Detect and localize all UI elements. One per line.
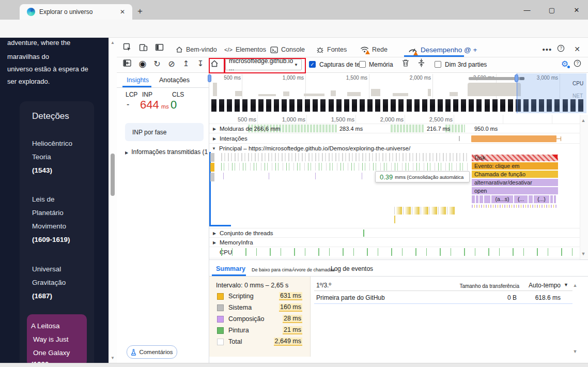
filmstrip-thumbnail[interactable] xyxy=(320,99,326,112)
comments-button[interactable]: Comentários xyxy=(127,345,177,359)
more-tabs-icon[interactable]: ••• xyxy=(541,45,553,54)
tab-insights[interactable]: Insights xyxy=(127,77,149,84)
flame-chip-row[interactable]: (a...s) (... (...) xyxy=(472,195,556,203)
selection-handle-right[interactable] xyxy=(515,74,518,82)
save-profile-icon[interactable]: ↧ xyxy=(195,59,206,68)
tab-console[interactable]: Console xyxy=(270,43,305,56)
filmstrip-thumbnail[interactable] xyxy=(234,99,240,112)
new-tab-button[interactable]: + xyxy=(137,6,143,17)
filmstrip-thumbnail[interactable] xyxy=(258,99,264,112)
disclosure-right-icon[interactable]: ▶ xyxy=(213,136,216,141)
settings-gear-icon[interactable]: ⚙ xyxy=(559,59,570,69)
inp-phase-card[interactable]: INP por fase xyxy=(125,123,204,141)
record-reload-icon[interactable]: ↻ xyxy=(151,59,163,69)
page-scrollbar-thumb[interactable] xyxy=(111,154,115,196)
flame-function-bar[interactable]: Chamada de função xyxy=(472,171,558,178)
filmstrip-thumbnail[interactable] xyxy=(281,99,287,112)
trash-icon[interactable] xyxy=(402,59,413,67)
filmstrip-thumbnail[interactable] xyxy=(382,99,389,112)
filmstrip-thumbnail[interactable] xyxy=(367,99,373,112)
scroll-down-icon[interactable]: ▼ xyxy=(110,356,116,360)
filmstrip-thumbnail[interactable] xyxy=(211,99,217,112)
filmstrip-thumbnail[interactable] xyxy=(453,99,459,112)
filmstrip-thumbnail[interactable] xyxy=(422,99,428,112)
tab-close-icon[interactable]: ✕ xyxy=(117,7,128,17)
filmstrip-thumbnail[interactable] xyxy=(336,99,342,112)
filmstrip-thumbnail[interactable] xyxy=(476,99,482,112)
filmstrip-thumbnail[interactable] xyxy=(273,99,280,112)
filmstrip-thumbnail[interactable] xyxy=(414,99,420,112)
filmstrip-thumbnail[interactable] xyxy=(297,99,303,112)
toggle-sidebar-icon[interactable] xyxy=(123,59,134,67)
tab-fontes[interactable]: Fontes xyxy=(316,43,347,56)
track-memory-infra[interactable] xyxy=(209,238,580,247)
timeline-scrollbar[interactable] xyxy=(580,115,588,259)
flame-event-bar[interactable]: Evento: clique em xyxy=(472,162,558,170)
filmstrip-thumbnail[interactable] xyxy=(507,99,514,112)
maximize-button[interactable]: ▢ xyxy=(544,6,560,14)
filmstrip-thumbnail[interactable] xyxy=(304,99,311,112)
overview-selection[interactable] xyxy=(517,73,586,113)
devtools-close-icon[interactable]: ✕ xyxy=(571,45,583,53)
table-col-time[interactable]: Auto-tempo xyxy=(524,282,561,289)
tab-bottom-up[interactable]: De baixo para cima xyxy=(252,267,292,272)
tab-event-log[interactable]: Log de eventos xyxy=(331,265,373,272)
device-emulation-icon[interactable] xyxy=(139,43,150,52)
sort-descending-icon[interactable]: ▼ xyxy=(564,282,568,287)
clear-icon[interactable]: ⊘ xyxy=(166,59,177,69)
filmstrip-thumbnail[interactable] xyxy=(328,99,334,112)
throttle-icon[interactable] xyxy=(417,58,429,67)
detection-item[interactable]: Universal Gravitação (1687) xyxy=(32,263,66,303)
filmstrip-thumbnail[interactable] xyxy=(406,99,412,112)
page-scrollbar[interactable] xyxy=(109,38,117,363)
insights-collapsed-section[interactable]: ▶Informações transmitidas (11) xyxy=(125,148,208,156)
selection-handle-left[interactable] xyxy=(208,74,211,82)
tab-summary[interactable]: Summary xyxy=(216,265,245,272)
filmstrip-thumbnail[interactable] xyxy=(351,99,358,112)
detection-item[interactable]: Heliocêntrico Teoria (1543) xyxy=(32,137,72,177)
table-col-size[interactable]: Tamanho da transferência xyxy=(442,283,519,289)
detection-item[interactable]: Leis de Planetário Movimento (1609-1619) xyxy=(32,193,70,247)
filmstrip-thumbnail[interactable] xyxy=(460,99,467,112)
filmstrip-thumbnail[interactable] xyxy=(398,99,404,112)
dock-side-icon[interactable] xyxy=(155,43,166,52)
scroll-up-icon[interactable]: ▲ xyxy=(580,118,587,123)
inspect-icon[interactable] xyxy=(123,43,134,52)
filmstrip-thumbnail[interactable] xyxy=(312,99,318,112)
filmstrip-thumbnail[interactable] xyxy=(359,99,365,112)
table-row-name[interactable]: Primeira parte do GitHub xyxy=(316,294,385,301)
minimize-button[interactable]: — xyxy=(519,6,535,14)
load-profile-icon[interactable]: ↥ xyxy=(180,59,192,68)
tab-anotacoes[interactable]: Anotações xyxy=(159,77,190,84)
flame-task-bar[interactable]: Task xyxy=(472,155,558,161)
disclosure-right-icon[interactable]: ▶ xyxy=(213,231,216,236)
filmstrip-thumbnail[interactable] xyxy=(468,99,474,112)
filmstrip-thumbnail[interactable] xyxy=(250,99,256,112)
filmstrip-thumbnail[interactable] xyxy=(266,99,272,112)
devtools-help-icon[interactable]: ? xyxy=(557,44,568,52)
flame-toggle-bar[interactable]: alternarativar/desativar xyxy=(472,179,558,186)
filmstrip-thumbnail[interactable] xyxy=(445,99,451,112)
tab-desempenho[interactable]: Desempenho @ + xyxy=(408,43,477,56)
filmstrip-thumbnail[interactable] xyxy=(492,99,498,112)
scroll-up-icon[interactable]: ▲ xyxy=(110,40,116,45)
filmstrip-thumbnail[interactable] xyxy=(289,99,295,112)
disclosure-down-icon[interactable]: ▼ xyxy=(212,146,216,151)
scroll-down-icon[interactable]: ▼ xyxy=(580,251,587,256)
memory-checkbox[interactable] xyxy=(359,61,366,68)
record-icon[interactable]: ◉ xyxy=(137,58,148,69)
flame-open-bar[interactable]: open xyxy=(472,187,558,194)
scroll-up-icon[interactable]: ▲ xyxy=(571,283,579,288)
filmstrip-thumbnail[interactable] xyxy=(219,99,225,112)
screenshots-checkbox[interactable]: ✓ xyxy=(309,61,316,68)
disclosure-right-icon[interactable]: ▶ xyxy=(213,240,216,245)
table-col-name[interactable]: 1º/3.º xyxy=(316,282,331,289)
close-button[interactable]: ✕ xyxy=(569,6,584,14)
interaction-bar[interactable] xyxy=(471,135,556,142)
filmstrip-thumbnail[interactable] xyxy=(484,99,490,112)
dim-checkbox[interactable] xyxy=(435,61,441,68)
filmstrip-thumbnail[interactable] xyxy=(437,99,443,112)
browser-tab[interactable]: Explorar o universo ✕ xyxy=(20,4,132,20)
help-icon[interactable]: ? xyxy=(574,59,585,67)
filmstrip-thumbnail[interactable] xyxy=(429,99,436,112)
